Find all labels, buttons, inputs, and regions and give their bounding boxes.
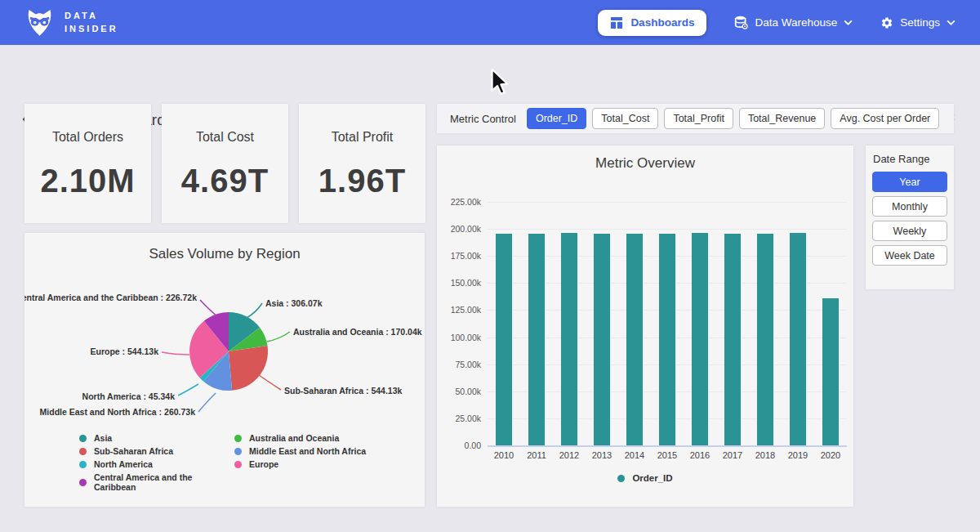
bar-2015[interactable] bbox=[659, 234, 675, 445]
bar-2010[interactable] bbox=[496, 234, 512, 445]
legend-item[interactable]: Sub-Saharan Africa bbox=[79, 446, 234, 456]
legend-dot bbox=[234, 448, 242, 455]
x-axis-line bbox=[488, 445, 847, 447]
legend-item[interactable]: Europe bbox=[234, 459, 366, 469]
x-tick-label: 2019 bbox=[782, 450, 814, 460]
bar-chart[interactable]: 225.00k200.00k175.00k150.00k125.00k100.0… bbox=[437, 145, 853, 507]
metric-option-total-profit[interactable]: Total_Profit bbox=[664, 108, 733, 129]
metric-option-total-revenue[interactable]: Total_Revenue bbox=[739, 108, 825, 129]
metric-control-bar: Metric Control Order_IDTotal_CostTotal_P… bbox=[437, 104, 954, 133]
bar-2019[interactable] bbox=[790, 233, 806, 445]
legend-dot bbox=[79, 435, 87, 442]
dashboards-button[interactable]: Dashboards bbox=[598, 10, 706, 36]
legend-label: Australia and Oceania bbox=[249, 433, 339, 443]
y-tick-label: 50.00k bbox=[439, 387, 481, 396]
chevron-down-icon bbox=[947, 20, 956, 25]
x-tick-label: 2012 bbox=[553, 450, 586, 460]
bar-2017[interactable] bbox=[724, 234, 741, 445]
legend-item[interactable]: Asia bbox=[79, 433, 234, 443]
legend-item[interactable]: Australia and Oceania bbox=[234, 433, 366, 443]
bar-2016[interactable] bbox=[692, 233, 708, 445]
kpi-card: Total Orders2.10M bbox=[24, 104, 151, 223]
legend-label: Middle East and North Africa bbox=[249, 446, 366, 456]
pie-chart-card: Sales Volume by Region Asia : 306.07kAus… bbox=[24, 233, 425, 507]
legend-dot bbox=[79, 448, 87, 455]
kpi-label: Total Cost bbox=[162, 130, 288, 145]
pie-slice-sub-saharan-africa[interactable] bbox=[229, 346, 268, 391]
brand-line-1: DATA bbox=[65, 10, 118, 22]
legend-label: Central America and the Caribbean bbox=[94, 472, 234, 492]
pie-label: Sub-Saharan Africa : 544.13k bbox=[284, 386, 402, 396]
x-tick-label: 2011 bbox=[520, 450, 553, 460]
legend-label: North America bbox=[94, 459, 153, 469]
pie-label: Europe : 544.13k bbox=[91, 346, 159, 356]
pie-label: Asia : 306.07k bbox=[265, 298, 323, 308]
x-tick-label: 2017 bbox=[716, 450, 749, 460]
kpi-card: Total Cost4.69T bbox=[162, 104, 288, 223]
dashboards-label: Dashboards bbox=[630, 16, 694, 29]
x-tick-label: 2016 bbox=[684, 450, 716, 460]
data-warehouse-menu[interactable]: Data Warehouse bbox=[734, 16, 853, 29]
date-option-week-date[interactable]: Week Date bbox=[872, 245, 947, 266]
brand-text: DATA INSIDER bbox=[65, 10, 118, 35]
pie-leader-line bbox=[200, 300, 218, 317]
bar-2018[interactable] bbox=[757, 234, 773, 445]
legend-label: Sub-Saharan Africa bbox=[94, 446, 173, 456]
legend-label: Order_ID bbox=[632, 473, 672, 483]
pie-label: North America : 45.34k bbox=[82, 391, 176, 401]
kpi-label: Total Profit bbox=[299, 130, 425, 145]
legend-item[interactable]: Central America and the Caribbean bbox=[79, 472, 234, 492]
y-tick-label: 0.00 bbox=[439, 440, 481, 450]
legend-label: Asia bbox=[94, 433, 112, 443]
y-tick-label: 175.00k bbox=[439, 251, 481, 261]
brand[interactable]: DATA INSIDER bbox=[24, 8, 118, 37]
metric-option-avg-cost-per-order[interactable]: Avg. Cost per Order bbox=[831, 108, 939, 129]
navbar-menu: Dashboards Data Warehouse bbox=[598, 10, 956, 36]
pie-label: Middle East and North Africa : 260.73k bbox=[40, 407, 196, 417]
legend-dot bbox=[79, 479, 87, 486]
kpi-value: 1.96T bbox=[299, 163, 425, 199]
pie-leader-line bbox=[259, 375, 281, 390]
date-range-options: YearMonthlyWeeklyWeek Date bbox=[872, 172, 947, 266]
bar-2020[interactable] bbox=[822, 298, 839, 445]
x-tick-label: 2010 bbox=[488, 450, 520, 460]
page-header: Sales Dashboard Add Filter Boost: Off bbox=[0, 45, 980, 101]
kpi-value: 4.69T bbox=[162, 163, 288, 199]
y-tick-label: 125.00k bbox=[439, 305, 481, 315]
bar-2012[interactable] bbox=[561, 233, 577, 445]
y-tick-label: 75.00k bbox=[439, 360, 481, 369]
date-option-monthly[interactable]: Monthly bbox=[872, 196, 947, 217]
pie-label: Central America and the Caribbean : 226.… bbox=[24, 293, 197, 302]
metric-options: Order_IDTotal_CostTotal_ProfitTotal_Reve… bbox=[527, 108, 939, 129]
pie-label: Australia and Oceania : 170.04k bbox=[293, 327, 422, 337]
database-icon bbox=[734, 16, 748, 29]
legend-item[interactable]: Middle East and North Africa bbox=[234, 446, 366, 456]
bar-2013[interactable] bbox=[594, 234, 610, 445]
date-option-weekly[interactable]: Weekly bbox=[872, 221, 947, 241]
y-tick-label: 200.00k bbox=[439, 224, 481, 234]
y-tick-label: 150.00k bbox=[439, 278, 481, 288]
x-tick-label: 2018 bbox=[749, 450, 782, 460]
settings-label: Settings bbox=[900, 16, 940, 29]
bar-2011[interactable] bbox=[528, 234, 545, 445]
legend-item[interactable]: North America bbox=[79, 459, 234, 469]
kpi-cards-row: Total Orders2.10MTotal Cost4.69TTotal Pr… bbox=[24, 104, 425, 223]
navbar: DATA INSIDER Dashboards bbox=[0, 0, 980, 45]
x-tick-label: 2020 bbox=[814, 450, 847, 460]
kpi-value: 2.10M bbox=[24, 163, 151, 199]
x-tick-label: 2013 bbox=[586, 450, 618, 460]
bar-2014[interactable] bbox=[626, 234, 643, 445]
settings-menu[interactable]: Settings bbox=[880, 16, 956, 29]
gridline bbox=[488, 229, 847, 230]
pie-leader-line bbox=[247, 303, 262, 318]
legend-dot bbox=[234, 461, 242, 468]
metric-control-label: Metric Control bbox=[450, 113, 516, 125]
bar-chart-legend: Order_ID bbox=[437, 473, 853, 483]
bar-legend-item[interactable]: Order_ID bbox=[617, 473, 672, 483]
gear-icon bbox=[880, 16, 893, 29]
metric-option-total-cost[interactable]: Total_Cost bbox=[592, 108, 658, 129]
metric-option-order-id[interactable]: Order_ID bbox=[527, 108, 586, 129]
kpi-card: Total Profit1.96T bbox=[299, 104, 425, 223]
date-option-year[interactable]: Year bbox=[872, 172, 947, 192]
legend-dot bbox=[617, 475, 625, 482]
